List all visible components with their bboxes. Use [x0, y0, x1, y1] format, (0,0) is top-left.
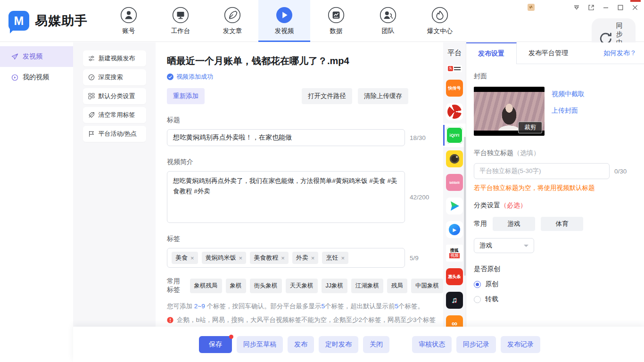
- common-tag-chip[interactable]: 残局: [387, 279, 407, 293]
- nav-item-chart[interactable]: 数据: [310, 0, 362, 41]
- deep-search-icon: [88, 74, 95, 81]
- sidebar-item-play-circle[interactable]: 我的视频: [0, 67, 73, 88]
- nav-item-flame[interactable]: 爆文中心: [414, 0, 466, 41]
- readd-video-button[interactable]: 重新添加: [167, 88, 205, 104]
- radio-unchecked-icon[interactable]: [474, 296, 481, 303]
- tag-off-icon: [88, 112, 95, 118]
- footer-button[interactable]: 关闭: [363, 336, 389, 353]
- save-button[interactable]: 保存: [199, 336, 232, 353]
- tags-input[interactable]: 美食×黄焖鸡米饭×美食教程×外卖×烹饪×: [167, 248, 405, 268]
- common-tag-chip[interactable]: 天天象棋: [286, 279, 318, 293]
- tray-plugin-icon[interactable]: [528, 4, 535, 11]
- nav-item-label: 爆文中心: [427, 27, 453, 35]
- radio-checked-icon[interactable]: [474, 281, 481, 288]
- platform-item-kuaichuanhao[interactable]: 快传号: [443, 76, 466, 100]
- sidebar-item-label: 我的视频: [23, 73, 49, 82]
- nav-item-label: 账号: [123, 27, 135, 35]
- radio-option[interactable]: 转载: [474, 295, 636, 304]
- category-option-button[interactable]: 体育: [541, 217, 583, 231]
- platform-item-qutoutiao[interactable]: ∞: [443, 312, 466, 327]
- sidebar-item-send[interactable]: 发视频: [0, 46, 73, 67]
- remove-tag-icon[interactable]: ×: [190, 255, 194, 262]
- footer-button[interactable]: 同步至草稿: [237, 336, 283, 353]
- common-tag-chip[interactable]: 中国象棋: [411, 279, 443, 293]
- tab-publish-settings[interactable]: 发布设置: [466, 42, 517, 64]
- screenshot-icon[interactable]: [588, 4, 594, 11]
- category-select[interactable]: 游戏: [474, 238, 534, 253]
- original-radio-group: 原创转载: [474, 280, 636, 304]
- tags-warning-text: 企鹅，b站，网易，搜狗，大风平台视频标签不能为空，企鹅至少2个标签，网易至少3个…: [177, 316, 436, 324]
- hide-to-top-icon[interactable]: [573, 4, 580, 11]
- app-title: 易媒助手: [35, 12, 88, 29]
- tool-button-label: 默认分类设置: [99, 92, 135, 100]
- warning-icon: [167, 317, 173, 323]
- platform-item-huitoutiao[interactable]: 惠头条: [443, 265, 466, 288]
- independent-title-input[interactable]: 平台独立标题(5-30字): [474, 163, 610, 179]
- footer-button[interactable]: 定时发布: [319, 336, 358, 353]
- how-to-publish-link[interactable]: 如何发布？: [603, 42, 644, 64]
- title-counter: 18/30: [410, 134, 426, 141]
- sliders-icon: [88, 55, 95, 62]
- platform-item-sohu-video[interactable]: 搜狐视频: [443, 241, 466, 265]
- common-tags-label: 常用标签: [167, 277, 186, 294]
- platform-item-bilibili[interactable]: bilibili: [443, 171, 466, 194]
- footer-button[interactable]: 发布: [288, 336, 314, 353]
- chart-icon: [328, 7, 345, 24]
- platform-item-tencent-video[interactable]: [443, 194, 466, 218]
- remove-tag-icon[interactable]: ×: [311, 255, 315, 262]
- description-label: 视频简介: [167, 158, 443, 166]
- close-icon[interactable]: [632, 4, 638, 11]
- nav-item-user[interactable]: 账号: [103, 0, 155, 41]
- radio-option[interactable]: 原创: [474, 280, 636, 288]
- platform-item-douyin[interactable]: ♫: [443, 288, 466, 312]
- tool-button-deep-search[interactable]: 深度搜索: [83, 69, 146, 85]
- nav-item-label: 发文章: [223, 27, 242, 35]
- tags-hint: 您可添加 2~9 个标签，按回车确认。部分平台最多显示5个标签，超出默认显示前5…: [167, 302, 443, 311]
- platform-item-camera-app[interactable]: [443, 147, 466, 171]
- window-controls: [573, 4, 638, 11]
- common-tag-chip[interactable]: 象棋残局: [190, 279, 222, 293]
- cover-thumbnail[interactable]: 裁剪: [474, 87, 545, 136]
- common-label: 常用: [474, 220, 487, 228]
- common-tag-chip[interactable]: JJ象棋: [322, 279, 348, 293]
- tool-button-label: 清空常用标签: [99, 111, 135, 119]
- platform-item-ifeng[interactable]: [443, 100, 466, 123]
- open-file-path-button[interactable]: 打开文件路径: [302, 88, 352, 104]
- platform-item-toutiao[interactable]: 头: [443, 60, 466, 76]
- nav-item-play[interactable]: 发视频: [258, 0, 310, 41]
- independent-title-label: 平台独立标题（选填）: [474, 149, 636, 157]
- tool-button-sliders[interactable]: 新建视频发布: [83, 50, 146, 66]
- common-tag-chip[interactable]: 象棋: [226, 279, 246, 293]
- tab-platform-management[interactable]: 发布平台管理: [517, 42, 580, 64]
- remove-tag-icon[interactable]: ×: [281, 255, 285, 262]
- maximize-icon[interactable]: [617, 4, 624, 11]
- platform-item-iqiyi[interactable]: iQIYI: [443, 123, 466, 147]
- top-nav: 账号工作台发文章发视频数据团队爆文中心: [103, 0, 466, 41]
- common-tag-chip[interactable]: 街头象棋: [250, 279, 282, 293]
- footer-record-button[interactable]: 发布记录: [501, 336, 540, 353]
- tool-button-grid[interactable]: 默认分类设置: [83, 88, 146, 104]
- remove-tag-icon[interactable]: ×: [341, 255, 345, 262]
- platform-item-haokan-video[interactable]: ▶: [443, 218, 466, 241]
- crop-button[interactable]: 裁剪: [518, 122, 542, 133]
- clear-upload-cache-button[interactable]: 清除上传缓存: [358, 88, 408, 104]
- douyin-icon: ♫: [446, 292, 463, 309]
- description-textarea[interactable]: 想吃黄焖鸡别再点外卖了，我们在家也能做，方法很简单#黄焖鸡米饭 #美食 #美食教…: [167, 171, 405, 223]
- nav-item-team[interactable]: 团队: [362, 0, 414, 41]
- upload-cover-link[interactable]: 上传封面: [552, 107, 585, 115]
- flag-icon: [88, 131, 95, 137]
- minimize-icon[interactable]: [603, 4, 609, 11]
- nav-item-pen[interactable]: 发文章: [206, 0, 258, 41]
- category-option-button[interactable]: 游戏: [493, 217, 535, 231]
- common-tag-chip[interactable]: 江湖象棋: [351, 279, 383, 293]
- tool-button-label: 深度搜索: [99, 73, 123, 82]
- remove-tag-icon[interactable]: ×: [239, 255, 243, 262]
- footer-record-button[interactable]: 同步记录: [456, 336, 496, 353]
- sidebar-item-label: 发视频: [23, 52, 42, 61]
- tool-button-tag-off[interactable]: 清空常用标签: [83, 107, 146, 123]
- footer-record-button[interactable]: 审核状态: [412, 336, 452, 353]
- nav-item-workbench[interactable]: 工作台: [155, 0, 206, 41]
- title-input[interactable]: 想吃黄焖鸡别再点外卖啦！，在家也能做: [167, 129, 405, 146]
- capture-from-video-link[interactable]: 视频中截取: [552, 90, 585, 99]
- tool-button-flag[interactable]: 平台活动/热点: [83, 126, 146, 142]
